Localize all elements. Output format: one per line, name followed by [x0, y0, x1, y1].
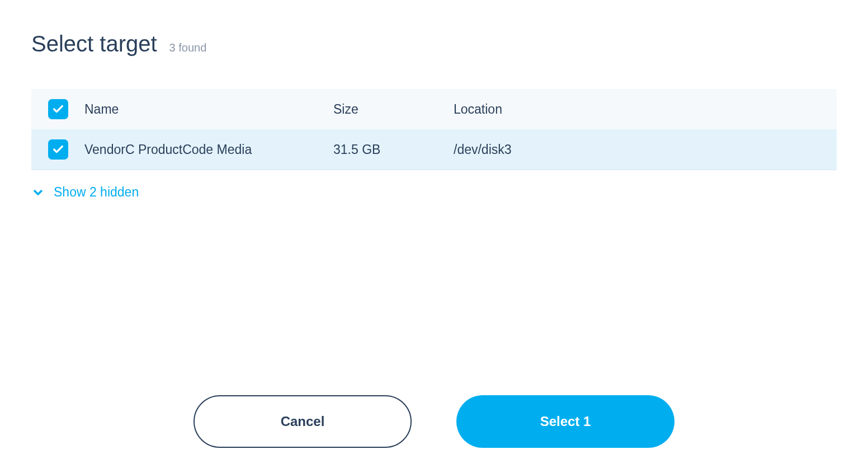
targets-table: Name Size Location VendorC ProductCode M…	[31, 89, 837, 170]
found-count: 3 found	[169, 41, 207, 54]
row-checkbox[interactable]	[48, 139, 68, 160]
select-all-checkbox[interactable]	[48, 99, 68, 119]
select-button[interactable]: Select 1	[456, 395, 674, 448]
row-name: VendorC ProductCode Media	[84, 129, 333, 170]
table-header-row: Name Size Location	[31, 89, 837, 129]
check-icon	[52, 143, 64, 156]
row-size: 31.5 GB	[333, 129, 454, 170]
column-header-size: Size	[333, 89, 454, 129]
column-header-location: Location	[454, 89, 837, 129]
show-hidden-label: Show 2 hidden	[54, 185, 139, 200]
table-row[interactable]: VendorC ProductCode Media 31.5 GB /dev/d…	[31, 129, 837, 170]
page-header: Select target 3 found	[31, 31, 837, 57]
page-title: Select target	[31, 31, 157, 57]
footer: Cancel Select 1	[0, 395, 868, 448]
chevron-down-icon	[31, 186, 45, 199]
show-hidden-toggle[interactable]: Show 2 hidden	[31, 185, 139, 200]
column-header-name: Name	[84, 89, 333, 129]
check-icon	[52, 103, 64, 115]
row-location: /dev/disk3	[454, 129, 837, 170]
cancel-button[interactable]: Cancel	[194, 395, 412, 448]
